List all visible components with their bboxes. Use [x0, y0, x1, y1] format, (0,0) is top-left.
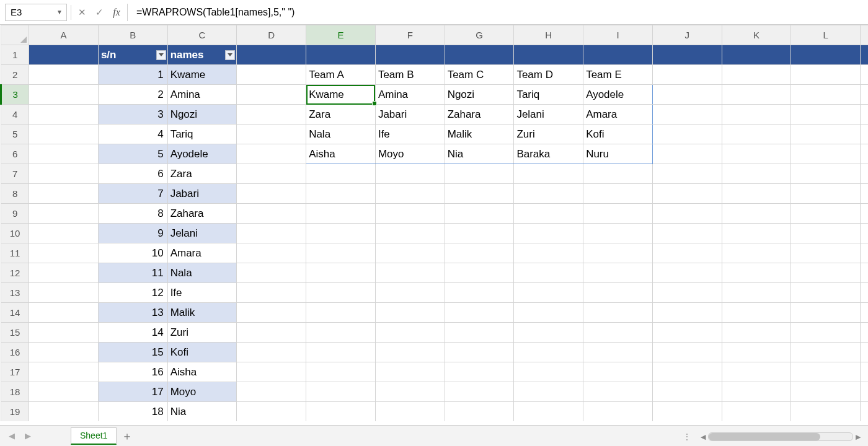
cell-G10[interactable]: [445, 224, 514, 243]
col-header-B[interactable]: B: [98, 25, 167, 45]
cell-E9[interactable]: [306, 204, 376, 224]
row-header-6[interactable]: 6: [1, 144, 29, 164]
cell-J9[interactable]: [652, 204, 722, 224]
cell-D17[interactable]: [237, 362, 306, 382]
cell-E6[interactable]: Aisha: [306, 144, 376, 164]
cell-L2[interactable]: [791, 65, 861, 85]
cell-C15[interactable]: Zuri: [167, 323, 237, 343]
row-header-14[interactable]: 14: [1, 303, 29, 323]
cell-K7[interactable]: [722, 164, 791, 184]
cell-E15[interactable]: [306, 323, 376, 343]
cell-J12[interactable]: [652, 263, 722, 283]
cell-M9[interactable]: [861, 204, 868, 224]
cell-I12[interactable]: [583, 263, 653, 283]
row-header-13[interactable]: 13: [1, 283, 29, 303]
cell-H2[interactable]: Team D: [514, 65, 583, 85]
cell-L12[interactable]: [791, 263, 861, 283]
name-box-dropdown-icon[interactable]: ▼: [56, 9, 63, 15]
cell-F11[interactable]: [375, 243, 445, 263]
cell-M2[interactable]: [861, 65, 868, 85]
cell-B1[interactable]: s/n: [98, 45, 167, 65]
cell-C8[interactable]: Jabari: [167, 184, 237, 204]
cell-A14[interactable]: [29, 303, 99, 323]
row-header-12[interactable]: 12: [1, 263, 29, 283]
row-header-10[interactable]: 10: [1, 224, 29, 243]
cell-J11[interactable]: [652, 243, 722, 263]
cell-H5[interactable]: Zuri: [514, 125, 583, 144]
row-header-18[interactable]: 18: [1, 382, 29, 402]
row-header-8[interactable]: 8: [1, 184, 29, 204]
cell-L8[interactable]: [791, 184, 861, 204]
sheet-tab-active[interactable]: Sheet1: [71, 427, 117, 445]
cell-D12[interactable]: [237, 263, 306, 283]
cell-C4[interactable]: Ngozi: [167, 105, 237, 125]
cell-J5[interactable]: [652, 125, 722, 144]
table-filter-sn-icon[interactable]: [156, 50, 166, 60]
cell-M12[interactable]: [861, 263, 868, 283]
cell-K15[interactable]: [722, 323, 791, 343]
cell-D4[interactable]: [237, 105, 306, 125]
row-header-19[interactable]: 19: [1, 402, 29, 422]
col-header-M[interactable]: M: [861, 25, 868, 45]
scroll-left-icon[interactable]: ◀: [698, 433, 708, 441]
cell-M13[interactable]: [861, 283, 868, 303]
cell-G11[interactable]: [445, 243, 514, 263]
cell-E1[interactable]: [306, 45, 376, 65]
cell-B13[interactable]: 12: [98, 283, 167, 303]
cell-K4[interactable]: [722, 105, 791, 125]
cell-C2[interactable]: Kwame: [167, 65, 237, 85]
col-header-E[interactable]: E: [306, 25, 376, 45]
cell-D14[interactable]: [237, 303, 306, 323]
cell-J3[interactable]: [652, 85, 722, 105]
cell-A4[interactable]: [29, 105, 99, 125]
cell-I4[interactable]: Amara: [583, 105, 653, 125]
cell-J1[interactable]: [652, 45, 722, 65]
cell-L16[interactable]: [791, 343, 861, 362]
row-header-17[interactable]: 17: [1, 362, 29, 382]
cell-L15[interactable]: [791, 323, 861, 343]
cell-H15[interactable]: [514, 323, 583, 343]
cell-K5[interactable]: [722, 125, 791, 144]
cell-G12[interactable]: [445, 263, 514, 283]
cell-F10[interactable]: [375, 224, 445, 243]
cell-M15[interactable]: [861, 323, 868, 343]
cell-D10[interactable]: [237, 224, 306, 243]
cell-D13[interactable]: [237, 283, 306, 303]
cell-H12[interactable]: [514, 263, 583, 283]
col-header-I[interactable]: I: [583, 25, 653, 45]
cell-K10[interactable]: [722, 224, 791, 243]
cell-G2[interactable]: Team C: [445, 65, 514, 85]
cell-K13[interactable]: [722, 283, 791, 303]
cell-L10[interactable]: [791, 224, 861, 243]
cell-G9[interactable]: [445, 204, 514, 224]
cell-A16[interactable]: [29, 343, 99, 362]
cell-L4[interactable]: [791, 105, 861, 125]
kebab-icon[interactable]: ⋮: [683, 432, 692, 441]
cell-C16[interactable]: Kofi: [167, 343, 237, 362]
cell-J19[interactable]: [652, 402, 722, 422]
cell-F6[interactable]: Moyo: [375, 144, 445, 164]
row-header-4[interactable]: 4: [1, 105, 29, 125]
col-header-G[interactable]: G: [445, 25, 514, 45]
cell-B17[interactable]: 16: [98, 362, 167, 382]
cell-E5[interactable]: Nala: [306, 125, 376, 144]
cell-J10[interactable]: [652, 224, 722, 243]
add-sheet-button[interactable]: ＋: [119, 428, 135, 444]
cell-F7[interactable]: [375, 164, 445, 184]
cell-B7[interactable]: 6: [98, 164, 167, 184]
cell-M6[interactable]: [861, 144, 868, 164]
col-header-H[interactable]: H: [514, 25, 583, 45]
cell-B11[interactable]: 10: [98, 243, 167, 263]
cell-A12[interactable]: [29, 263, 99, 283]
cell-E13[interactable]: [306, 283, 376, 303]
cell-B15[interactable]: 14: [98, 323, 167, 343]
cell-M8[interactable]: [861, 184, 868, 204]
col-header-L[interactable]: L: [791, 25, 861, 45]
cell-K11[interactable]: [722, 243, 791, 263]
cell-I19[interactable]: [583, 402, 653, 422]
cell-C6[interactable]: Ayodele: [167, 144, 237, 164]
cell-J6[interactable]: [652, 144, 722, 164]
cell-B4[interactable]: 3: [98, 105, 167, 125]
cell-I18[interactable]: [583, 382, 653, 402]
cell-I8[interactable]: [583, 184, 653, 204]
